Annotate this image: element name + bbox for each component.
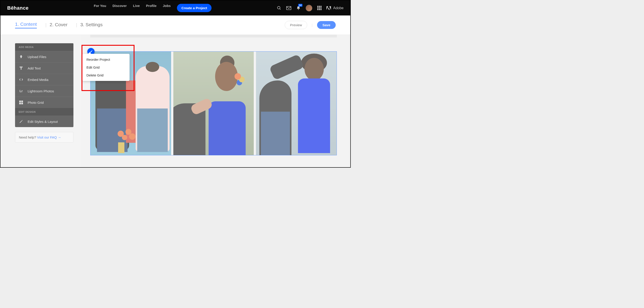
tab-content[interactable]: 1. Content: [15, 21, 37, 28]
help-box: Need help? Visit our FAQ →: [15, 132, 74, 143]
tab-separator: |: [76, 22, 77, 27]
photo-grid-item[interactable]: Photo Grid: [15, 97, 74, 108]
nav-discover[interactable]: Discover: [112, 4, 127, 12]
adobe-logo-icon[interactable]: Adobe: [326, 6, 344, 10]
svg-rect-5: [21, 101, 23, 102]
nav-center: For You Discover Live Profile Jobs Creat…: [28, 4, 277, 12]
sidebar-item-label: Edit Styles & Layout: [28, 120, 58, 124]
sidebar-item-label: Upload Files: [28, 55, 46, 59]
tab-settings[interactable]: 3. Settings: [80, 22, 102, 28]
sidebar-item-label: Lightroom Photos: [28, 89, 54, 93]
content-block-placeholder: [90, 35, 337, 37]
pencil-icon: [19, 119, 24, 124]
editor-tabs-bar: 1. Content | 2. Cover | 3. Settings Prev…: [0, 15, 350, 35]
faq-link[interactable]: Visit our FAQ →: [37, 135, 61, 139]
lightroom-icon: Lr: [19, 89, 24, 94]
tab-separator: |: [45, 22, 46, 27]
nav-jobs[interactable]: Jobs: [163, 4, 171, 12]
preview-button[interactable]: Preview: [285, 21, 307, 29]
mail-icon[interactable]: [286, 6, 291, 10]
save-button[interactable]: Save: [317, 21, 336, 29]
edit-design-header: EDIT DESIGN: [15, 108, 74, 116]
search-icon[interactable]: [277, 6, 281, 10]
editor-canvas: Reorder Project Edit Grid Delete Grid ← …: [81, 35, 350, 167]
nav-live[interactable]: Live: [133, 4, 140, 12]
upload-files-item[interactable]: Upload Files: [15, 51, 74, 62]
create-project-button[interactable]: Create a Project: [177, 4, 212, 12]
left-sidebar: ADD MEDIA Upload Files Add Text Embed Me…: [0, 35, 81, 167]
edit-grid-control: Reorder Project Edit Grid Delete Grid: [87, 48, 94, 55]
embed-icon: [19, 77, 24, 82]
add-media-panel: ADD MEDIA Upload Files Add Text Embed Me…: [15, 43, 74, 127]
sidebar-item-label: Add Text: [28, 66, 41, 70]
svg-point-0: [277, 6, 280, 9]
top-header: Bēhance For You Discover Live Profile Jo…: [0, 0, 350, 15]
apps-icon[interactable]: [317, 6, 322, 10]
tab-separator: |: [312, 23, 312, 27]
behance-logo[interactable]: Bēhance: [7, 5, 28, 11]
dropdown-edit-grid[interactable]: Edit Grid: [82, 63, 130, 71]
embed-media-item[interactable]: Embed Media: [15, 74, 74, 85]
edit-styles-layout-item[interactable]: Edit Styles & Layout: [15, 116, 74, 127]
svg-rect-4: [19, 101, 21, 102]
svg-rect-7: [21, 103, 23, 105]
nav-right: 14 Adobe: [277, 5, 344, 11]
avatar[interactable]: [306, 5, 312, 11]
nav-profile[interactable]: Profile: [146, 4, 156, 12]
bell-icon[interactable]: 14: [296, 5, 301, 10]
add-text-item[interactable]: Add Text: [15, 62, 74, 74]
nav-for-you[interactable]: For You: [94, 4, 106, 12]
svg-rect-2: [286, 6, 291, 10]
grid-image-3[interactable]: [256, 52, 336, 155]
upload-icon: [19, 54, 24, 59]
notification-badge: 14: [298, 4, 302, 7]
svg-rect-6: [19, 103, 21, 105]
dropdown-reorder-project[interactable]: Reorder Project: [82, 56, 130, 63]
lightroom-photos-item[interactable]: Lr Lightroom Photos: [15, 85, 74, 97]
help-text: Need help?: [19, 135, 37, 139]
svg-point-3: [298, 9, 299, 10]
add-media-header: ADD MEDIA: [15, 43, 74, 51]
photo-grid-block[interactable]: Reorder Project Edit Grid Delete Grid ← …: [90, 51, 337, 155]
grid-image-2[interactable]: [173, 52, 254, 155]
svg-line-1: [280, 8, 280, 9]
tab-cover[interactable]: 2. Cover: [50, 22, 67, 28]
grid-icon: [19, 100, 24, 105]
body-area: ADD MEDIA Upload Files Add Text Embed Me…: [0, 35, 350, 167]
adobe-label: Adobe: [333, 6, 344, 10]
text-icon: [19, 66, 24, 71]
sidebar-item-label: Embed Media: [28, 78, 48, 82]
grid-dropdown-menu: Reorder Project Edit Grid Delete Grid: [82, 54, 130, 81]
dropdown-delete-grid[interactable]: Delete Grid: [82, 71, 130, 79]
sidebar-item-label: Photo Grid: [28, 101, 44, 105]
